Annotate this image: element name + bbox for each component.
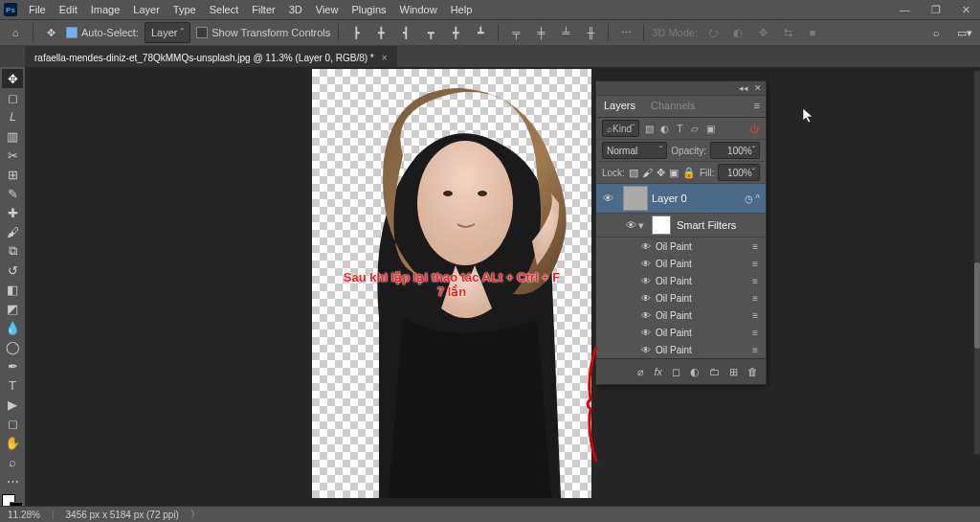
- link-layers-icon[interactable]: ⌀: [637, 366, 644, 378]
- smart-filter-item[interactable]: 👁Oil Paint≡: [596, 324, 766, 341]
- window-restore-button[interactable]: ❐: [925, 2, 947, 18]
- edit-toolbar-icon[interactable]: ⋯: [2, 471, 23, 490]
- lock-transparency-icon[interactable]: ▧: [629, 167, 638, 179]
- clone-stamp-tool[interactable]: ⧉: [2, 241, 23, 261]
- layer-thumbnail[interactable]: [623, 186, 648, 211]
- move-tool-icon[interactable]: ✥: [41, 24, 60, 41]
- layer-name[interactable]: Layer 0: [652, 193, 687, 204]
- document-info[interactable]: 3456 px x 5184 px (72 ppi): [66, 510, 179, 520]
- visibility-toggle-icon[interactable]: 👁: [638, 259, 654, 269]
- frame-tool[interactable]: ⊞: [2, 165, 23, 184]
- new-layer-icon[interactable]: ⊞: [729, 366, 738, 378]
- show-transform-checkbox[interactable]: Show Transform Controls: [196, 27, 330, 38]
- healing-brush-tool[interactable]: ✚: [2, 203, 23, 222]
- document-tab[interactable]: rafaella-mendes-diniz-et_78QkMMQs-unspla…: [25, 46, 397, 68]
- status-chevron-icon[interactable]: 〉: [190, 508, 200, 521]
- hand-tool[interactable]: ✋: [2, 433, 23, 452]
- visibility-toggle-icon[interactable]: 👁: [638, 241, 654, 252]
- filter-blend-options-icon[interactable]: ≡: [752, 241, 758, 252]
- visibility-toggle-icon[interactable]: 👁: [638, 293, 654, 304]
- menu-select[interactable]: Select: [204, 2, 245, 17]
- window-close-button[interactable]: ✕: [956, 2, 976, 18]
- filter-adjust-icon[interactable]: ◐: [658, 123, 670, 134]
- zoom-level[interactable]: 11.28%: [8, 510, 40, 520]
- auto-select-target-dropdown[interactable]: Layer ˇ: [145, 22, 190, 43]
- filter-blend-options-icon[interactable]: ≡: [752, 259, 758, 269]
- close-tab-icon[interactable]: ×: [382, 53, 388, 63]
- panel-menu-icon[interactable]: ≡: [748, 96, 766, 117]
- smart-filter-item[interactable]: 👁Oil Paint≡: [596, 272, 766, 289]
- object-select-tool[interactable]: ▥: [2, 126, 23, 146]
- smart-filter-item[interactable]: 👁Oil Paint≡: [596, 255, 766, 272]
- filter-blend-options-icon[interactable]: ≡: [752, 310, 758, 321]
- filter-type-dropdown[interactable]: ⌕ Kind ˇ: [602, 120, 639, 137]
- smart-filter-item[interactable]: 👁Oil Paint≡: [596, 289, 766, 306]
- align-left-icon[interactable]: ┣: [346, 24, 366, 41]
- tab-layers[interactable]: Layers: [596, 96, 643, 117]
- lock-position-icon[interactable]: ✥: [657, 167, 665, 179]
- distribute-bottom-icon[interactable]: ╧: [556, 24, 575, 41]
- filter-pixel-icon[interactable]: ▧: [643, 123, 655, 134]
- layer-row-layer0[interactable]: 👁 Layer 0 ◷^: [596, 184, 766, 214]
- visibility-toggle-icon[interactable]: 👁: [638, 276, 654, 286]
- history-brush-tool[interactable]: ↺: [2, 261, 23, 280]
- menu-window[interactable]: Window: [394, 2, 443, 17]
- home-icon[interactable]: ⌂: [6, 24, 25, 41]
- smart-filters-header[interactable]: 👁 ▾ Smart Filters: [596, 214, 766, 238]
- filter-blend-options-icon[interactable]: ≡: [752, 276, 758, 286]
- menu-plugins[interactable]: Plugins: [345, 2, 391, 17]
- menu-filter[interactable]: Filter: [246, 2, 280, 17]
- distribute-hcenter-icon[interactable]: ╫: [581, 24, 600, 41]
- distribute-vcenter-icon[interactable]: ╪: [531, 24, 550, 41]
- lock-pixels-icon[interactable]: 🖌: [642, 167, 653, 178]
- gradient-tool[interactable]: ◩: [2, 299, 23, 318]
- dodge-tool[interactable]: ◯: [2, 337, 23, 356]
- eraser-tool[interactable]: ◧: [2, 280, 23, 299]
- fill-field[interactable]: 100% ˇ: [718, 164, 760, 181]
- panel-collapse-icon[interactable]: ◂◂: [739, 83, 748, 93]
- lock-artboard-icon[interactable]: ▣: [669, 167, 679, 179]
- smart-filter-item[interactable]: 👁Oil Paint≡: [596, 341, 766, 358]
- lasso-tool[interactable]: 𝘓: [2, 107, 23, 126]
- move-tool[interactable]: ✥: [2, 69, 23, 88]
- align-middle-v-icon[interactable]: ╋: [446, 24, 465, 41]
- menu-3d[interactable]: 3D: [283, 2, 308, 17]
- filter-shape-icon[interactable]: ▱: [689, 123, 701, 134]
- filter-smart-icon[interactable]: ▣: [704, 123, 716, 134]
- menu-help[interactable]: Help: [445, 2, 479, 17]
- align-top-icon[interactable]: ┳: [421, 24, 440, 41]
- delete-layer-icon[interactable]: 🗑: [747, 366, 758, 377]
- align-center-h-icon[interactable]: ╋: [371, 24, 390, 41]
- disclosure-triangle-icon[interactable]: ▾: [638, 219, 648, 232]
- align-bottom-icon[interactable]: ┻: [471, 24, 490, 41]
- blend-mode-dropdown[interactable]: Normalˇ: [602, 142, 667, 159]
- window-minimize-button[interactable]: —: [894, 2, 916, 18]
- crop-tool[interactable]: ✂: [2, 146, 23, 165]
- distribute-top-icon[interactable]: ╤: [506, 24, 525, 41]
- filter-blend-options-icon[interactable]: ≡: [752, 345, 758, 355]
- workspace-switcher-icon[interactable]: ▭▾: [955, 24, 974, 41]
- smart-filter-item[interactable]: 👁Oil Paint≡: [596, 306, 766, 324]
- filter-blend-options-icon[interactable]: ≡: [752, 328, 758, 338]
- more-options-icon[interactable]: ⋯: [616, 24, 635, 41]
- smart-filter-item[interactable]: 👁Oil Paint≡: [596, 238, 766, 255]
- search-icon[interactable]: ⌕: [926, 24, 946, 41]
- lock-all-icon[interactable]: 🔒: [682, 167, 696, 179]
- adjustment-layer-icon[interactable]: ◐: [690, 366, 700, 378]
- menu-layer[interactable]: Layer: [127, 2, 166, 17]
- vertical-scrollbar[interactable]: [974, 71, 980, 454]
- visibility-toggle-icon[interactable]: 👁: [596, 193, 619, 204]
- panel-close-icon[interactable]: ✕: [754, 83, 762, 93]
- type-tool[interactable]: T: [2, 375, 23, 395]
- auto-select-checkbox[interactable]: Auto-Select:: [66, 27, 139, 38]
- document-canvas[interactable]: Sau khi lặp lại thao tác ALt + Ctrl + F …: [312, 69, 591, 498]
- path-select-tool[interactable]: ▶: [2, 395, 23, 414]
- menu-edit[interactable]: Edit: [54, 2, 83, 17]
- menu-type[interactable]: Type: [167, 2, 202, 17]
- brush-tool[interactable]: 🖌: [2, 222, 23, 241]
- eyedropper-tool[interactable]: ✎: [2, 184, 23, 203]
- menu-file[interactable]: File: [23, 2, 52, 17]
- filter-type-icon[interactable]: T: [674, 123, 685, 134]
- blur-tool[interactable]: 💧: [2, 318, 23, 337]
- group-layers-icon[interactable]: 🗀: [709, 366, 720, 377]
